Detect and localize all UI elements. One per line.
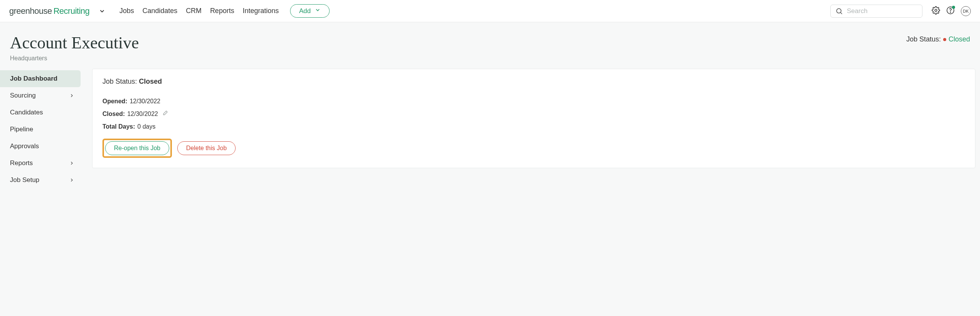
sidebar-item-label: Sourcing [10,92,36,99]
page-subtitle: Headquarters [10,55,139,62]
closed-label: Closed: [102,111,125,117]
svg-point-0 [836,8,841,13]
card-actions: Re-open this Job Delete this Job [102,139,965,158]
sidebar-item-job-setup[interactable]: Job Setup [0,172,81,189]
top-nav: greenhouse Recruiting Jobs Candidates CR… [0,0,980,22]
header-status: Job Status: Closed [906,33,970,43]
svg-point-4 [950,12,950,12]
page-title: Account Executive [10,33,139,53]
sidebar-item-label: Pipeline [10,126,33,133]
nav-integrations[interactable]: Integrations [243,7,279,15]
primary-nav: Jobs Candidates CRM Reports Integrations [119,7,279,15]
total-days-label: Total Days: [102,123,135,130]
header-status-value: Closed [949,35,970,43]
reopen-job-button[interactable]: Re-open this Job [105,141,169,155]
gear-icon [932,6,940,16]
logo-text-right: Recruiting [53,6,89,16]
add-button[interactable]: Add [290,4,329,18]
svg-line-1 [841,12,842,14]
sidebar-item-sourcing[interactable]: Sourcing [0,87,81,104]
help-button[interactable] [946,6,955,16]
user-avatar[interactable]: DK [961,6,971,16]
closed-line: Closed: 12/30/2022 [102,110,965,118]
sidebar-item-approvals[interactable]: Approvals [0,138,81,155]
sidebar-item-label: Job Setup [10,176,40,184]
status-dot-icon [943,38,946,41]
search-box[interactable] [830,5,922,18]
opened-line: Opened: 12/30/2022 [102,98,965,105]
nav-candidates[interactable]: Candidates [142,7,177,15]
sidebar-item-label: Approvals [10,142,39,150]
sidebar-item-label: Candidates [10,109,43,116]
job-status-card: Job Status: Closed Opened: 12/30/2022 Cl… [92,69,975,168]
app-switcher-caret[interactable] [99,8,106,15]
top-right-controls: DK [932,6,971,16]
card-status-value: Closed [139,78,162,85]
nav-jobs[interactable]: Jobs [119,7,134,15]
opened-value: 12/30/2022 [130,98,160,105]
logo[interactable]: greenhouse Recruiting [9,6,89,16]
sidebar-item-pipeline[interactable]: Pipeline [0,121,81,138]
total-days-value: 0 days [137,123,155,130]
opened-label: Opened: [102,98,127,105]
nav-crm[interactable]: CRM [186,7,201,15]
header-status-label: Job Status: [906,35,941,43]
card-status-line: Job Status: Closed [102,78,965,86]
search-input[interactable] [847,7,917,15]
chevron-right-icon [69,93,74,98]
nav-reports[interactable]: Reports [210,7,234,15]
sidebar-item-reports[interactable]: Reports [0,155,81,172]
delete-job-button[interactable]: Delete this Job [177,141,236,155]
pencil-icon [162,110,168,118]
chevron-right-icon [69,160,74,166]
highlight-reopen: Re-open this Job [102,139,172,158]
closed-value: 12/30/2022 [127,111,158,117]
notification-dot [952,6,955,9]
sidebar: Job Dashboard Sourcing Candidates Pipeli… [0,69,81,189]
page-header: Account Executive Headquarters Job Statu… [0,22,980,69]
edit-closed-date-button[interactable] [162,110,168,118]
add-button-label: Add [299,7,310,15]
chevron-right-icon [69,177,74,183]
logo-text-left: greenhouse [9,6,52,16]
avatar-initials: DK [963,9,968,13]
total-days-line: Total Days: 0 days [102,123,965,130]
sidebar-item-label: Reports [10,159,33,167]
sidebar-item-label: Job Dashboard [10,75,58,83]
card-status-label: Job Status: [102,78,137,85]
settings-button[interactable] [932,6,940,16]
search-icon [835,7,843,15]
svg-point-2 [935,9,937,12]
content-area: Job Dashboard Sourcing Candidates Pipeli… [0,69,980,189]
sidebar-item-candidates[interactable]: Candidates [0,104,81,121]
chevron-down-icon [315,7,321,15]
sidebar-item-job-dashboard[interactable]: Job Dashboard [0,70,81,87]
